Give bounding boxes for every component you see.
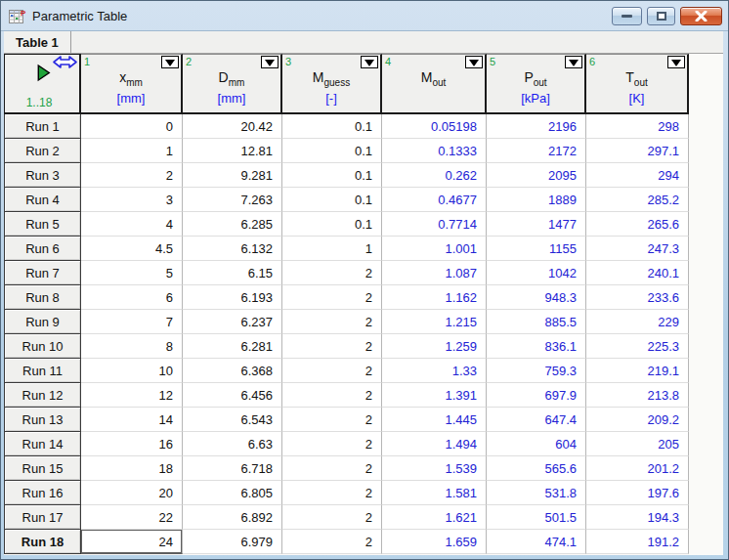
cell-mguess[interactable]: 2 [282,334,382,359]
run-label[interactable]: Run 14 [4,432,81,456]
cell-d[interactable]: 6.63 [183,432,282,456]
cell-mout[interactable]: 1.659 [382,530,487,554]
run-label[interactable]: Run 10 [4,334,81,359]
cell-tout[interactable]: 247.3 [586,237,689,261]
cell-mout[interactable]: 0.1333 [382,139,487,163]
cell-mout[interactable]: 1.259 [382,334,487,359]
column-dropdown-button[interactable] [261,56,279,68]
run-label[interactable]: Run 15 [4,456,81,481]
cell-d[interactable]: 6.805 [183,481,282,505]
run-label[interactable]: Run 1 [4,114,81,139]
cell-tout[interactable]: 225.3 [586,334,689,359]
cell-x[interactable]: 20 [81,481,183,505]
column-header-mguess[interactable]: 3 Mguess [-] [282,54,382,114]
cell-x[interactable]: 10 [81,359,183,383]
cell-pout[interactable]: 1042 [487,261,586,285]
cell-d[interactable]: 20.42 [183,114,282,139]
cell-mout[interactable]: 0.05198 [382,114,487,139]
cell-x[interactable]: 5 [81,261,183,285]
column-header-x[interactable]: 1 xmm [mm] [81,54,183,114]
cell-mguess[interactable]: 0.1 [282,188,382,212]
cell-mout[interactable]: 1.33 [382,359,487,383]
cell-mout[interactable]: 1.581 [382,481,487,505]
cell-pout[interactable]: 1889 [487,188,586,212]
cell-x[interactable]: 7 [81,310,183,334]
run-label[interactable]: Run 13 [4,408,81,432]
cell-pout[interactable]: 836.1 [487,334,586,359]
run-label[interactable]: Run 16 [4,481,81,505]
cell-mout[interactable]: 1.445 [382,408,487,432]
cell-mout[interactable]: 0.7714 [382,212,487,237]
cell-tout[interactable]: 294 [586,163,689,188]
cell-mout[interactable]: 1.162 [382,285,487,310]
column-header-mout[interactable]: 4 Mout [382,54,487,114]
run-label[interactable]: Run 11 [4,359,81,383]
run-label[interactable]: Run 3 [4,163,81,188]
cell-x[interactable]: 4 [81,212,183,237]
cell-x[interactable]: 4.5 [81,237,183,261]
cell-x[interactable]: 16 [81,432,183,456]
cell-tout[interactable]: 297.1 [586,139,689,163]
cell-x[interactable]: 18 [81,456,183,481]
cell-mguess[interactable]: 2 [282,285,382,310]
cell-x[interactable]: 8 [81,334,183,359]
cell-pout[interactable]: 1155 [487,237,586,261]
cell-tout[interactable]: 205 [586,432,689,456]
cell-mguess[interactable]: 0.1 [282,139,382,163]
cell-mguess[interactable]: 2 [282,408,382,432]
cell-mguess[interactable]: 2 [282,310,382,334]
cell-pout[interactable]: 759.3 [487,359,586,383]
run-label[interactable]: Run 17 [4,505,81,530]
cell-tout[interactable]: 233.6 [586,285,689,310]
run-label[interactable]: Run 7 [4,261,81,285]
cell-x[interactable]: 1 [81,139,183,163]
cell-x[interactable]: 3 [81,188,183,212]
maximize-button[interactable] [647,7,675,25]
cell-d[interactable]: 6.281 [183,334,282,359]
cell-d[interactable]: 6.193 [183,285,282,310]
cell-d[interactable]: 6.15 [183,261,282,285]
run-label[interactable]: Run 6 [4,237,81,261]
cell-pout[interactable]: 474.1 [487,530,586,554]
cell-tout[interactable]: 191.2 [586,530,689,554]
cell-tout[interactable]: 209.2 [586,408,689,432]
cell-mguess[interactable]: 2 [282,359,382,383]
cell-x[interactable]: 2 [81,163,183,188]
run-label[interactable]: Run 18 [4,530,81,554]
cell-mguess[interactable]: 0.1 [282,163,382,188]
run-label[interactable]: Run 9 [4,310,81,334]
cell-pout[interactable]: 2196 [487,114,586,139]
run-label[interactable]: Run 4 [4,188,81,212]
cell-pout[interactable]: 885.5 [487,310,586,334]
cell-mout[interactable]: 1.621 [382,505,487,530]
cell-mout[interactable]: 1.494 [382,432,487,456]
cell-tout[interactable]: 197.6 [586,481,689,505]
run-label[interactable]: Run 8 [4,285,81,310]
cell-tout[interactable]: 240.1 [586,261,689,285]
run-label[interactable]: Run 12 [4,383,81,408]
cell-mout[interactable]: 1.087 [382,261,487,285]
column-header-pout[interactable]: 5 Pout [kPa] [487,54,586,114]
cell-d[interactable]: 9.281 [183,163,282,188]
column-header-tout[interactable]: 6 Tout [K] [586,54,689,114]
cell-tout[interactable]: 201.2 [586,456,689,481]
cell-pout[interactable]: 501.5 [487,505,586,530]
cell-pout[interactable]: 2095 [487,163,586,188]
column-dropdown-button[interactable] [361,56,378,68]
cell-d[interactable]: 6.132 [183,237,282,261]
cell-tout[interactable]: 194.3 [586,505,689,530]
title-bar[interactable]: P Parametric Table [1,1,728,31]
cell-d[interactable]: 7.263 [183,188,282,212]
cell-pout[interactable]: 565.6 [487,456,586,481]
close-button[interactable] [680,7,722,25]
column-dropdown-button[interactable] [565,56,582,68]
cell-d[interactable]: 6.285 [183,212,282,237]
cell-tout[interactable]: 213.8 [586,383,689,408]
cell-mguess[interactable]: 2 [282,481,382,505]
cell-d[interactable]: 6.543 [183,408,282,432]
run-label[interactable]: Run 5 [4,212,81,237]
cell-pout[interactable]: 2172 [487,139,586,163]
cell-d[interactable]: 6.368 [183,359,282,383]
cell-mguess[interactable]: 2 [282,432,382,456]
cell-mguess[interactable]: 2 [282,261,382,285]
